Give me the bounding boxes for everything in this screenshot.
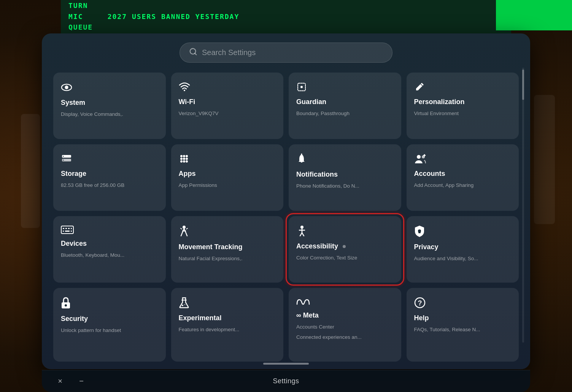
scrollbar-thumb [522,70,524,100]
svg-line-34 [181,228,182,229]
guardian-icon [296,82,394,94]
settings-grid: System Display, Voice Commands,. Wi-Fi V… [42,69,530,369]
close-button[interactable]: × [53,375,67,388]
system-subtitle: Display, Voice Commands,. [61,111,158,118]
shield-icon [414,225,512,239]
experimental-subtitle: Features in development... [179,326,276,333]
svg-point-3 [65,85,68,89]
settings-card-accounts[interactable]: Accounts Add Account, App Sharing [407,144,519,211]
settings-card-system[interactable]: System Display, Voice Commands,. [53,73,166,139]
meta-subtitle: Connected experiences an... [296,334,394,341]
bottom-bar: × − Settings [42,370,530,392]
svg-rect-25 [61,226,73,234]
svg-rect-31 [65,231,70,232]
wifi-title: Wi-Fi [179,98,276,106]
green-block-decoration [496,0,572,30]
minimize-button[interactable]: − [75,375,88,388]
svg-rect-28 [68,228,70,229]
personalization-subtitle: Virtual Environment [414,110,512,117]
top-banner: TURN MIC 2027 USERS BANNED YESTERDAY QUE… [61,0,511,34]
settings-card-personalization[interactable]: Personalization Virtual Environment [407,73,519,139]
banner-line3: QUEUE [68,22,504,33]
personalization-title: Personalization [414,98,512,106]
svg-point-14 [180,158,183,160]
svg-rect-9 [63,156,64,157]
svg-point-21 [417,155,421,159]
side-decoration-right [534,95,555,224]
svg-point-16 [186,158,188,160]
experimental-title: Experimental [179,314,276,322]
svg-rect-10 [63,160,64,161]
settings-card-storage[interactable]: Storage 82.53 GB free of 256.00 GB [53,144,166,211]
settings-card-apps[interactable]: Apps App Permissions [171,144,284,211]
system-icon [61,82,158,95]
guardian-subtitle: Boundary, Passthrough [296,110,394,117]
help-subtitle: FAQs, Tutorials, Release N... [414,326,512,333]
svg-rect-20 [301,153,302,155]
settings-card-meta[interactable]: ∞ Meta Accounts Center Connected experie… [289,288,401,362]
svg-point-12 [183,155,185,157]
settings-card-notifications[interactable]: Notifications Phone Notifications, Do N.… [289,144,401,211]
meta-accounts-center-label: ∞ Meta [296,311,394,320]
panel-scrollbar[interactable] [522,68,524,343]
settings-card-movement[interactable]: Movement Tracking Natural Facial Express… [171,216,284,283]
devices-title: Devices [61,240,158,248]
svg-point-47 [184,304,185,305]
svg-point-13 [186,155,188,157]
movement-subtitle: Natural Facial Expressions,. [179,255,276,262]
settings-card-security[interactable]: Security Unlock pattern for handset [53,288,166,362]
search-icon [189,47,197,58]
storage-title: Storage [61,170,158,178]
svg-point-4 [184,90,185,91]
guardian-title: Guardian [296,98,394,106]
accounts-title: Accounts [414,170,512,178]
search-container: Search Settings [42,33,530,69]
notifications-title: Notifications [296,171,394,179]
svg-point-15 [183,158,185,160]
storage-subtitle: 82.53 GB free of 256.00 GB [61,182,158,189]
bottom-controls: × − [53,375,88,388]
search-bar[interactable]: Search Settings [180,43,392,63]
apps-icon [179,153,276,166]
settings-card-help[interactable]: ? Help FAQs, Tutorials, Release N... [407,288,519,362]
security-subtitle: Unlock pattern for handset [61,327,158,334]
svg-rect-27 [65,228,67,229]
notifications-subtitle: Phone Notifications, Do N... [296,183,394,190]
storage-icon [61,153,158,166]
settings-card-experimental[interactable]: Experimental Features in development... [171,288,284,362]
svg-line-39 [300,233,302,236]
meta-icon [296,297,394,308]
settings-card-devices[interactable]: Devices Bluetooth, Keyboard, Mou... [53,216,166,283]
window-title: Settings [273,377,299,385]
svg-point-46 [182,305,183,306]
banner-line1: TURN [68,0,504,11]
system-title: System [61,99,158,107]
accessibility-subtitle: Color Correction, Text Size [296,254,394,261]
accessibility-dot [343,245,346,248]
banner-line2: MIC 2027 USERS BANNED YESTERDAY [68,11,504,22]
svg-rect-32 [71,231,72,232]
wifi-subtitle: Verizon_V9KQ7V [179,110,276,117]
svg-point-18 [183,160,185,163]
movement-icon [179,225,276,239]
bell-icon [296,153,394,167]
settings-card-privacy[interactable]: Privacy Audience and Visibility, So... [407,216,519,283]
settings-card-wifi[interactable]: Wi-Fi Verizon_V9KQ7V [171,73,284,139]
accounts-icon [414,153,512,166]
privacy-subtitle: Audience and Visibility, So... [414,255,512,262]
side-decoration-left [21,114,40,228]
svg-line-35 [186,228,187,229]
meta-accounts-center: Accounts Center [296,324,394,330]
experimental-icon [179,297,276,310]
svg-point-19 [186,160,188,163]
svg-line-40 [302,233,304,236]
settings-card-accessibility[interactable]: Accessibility Color Correction, Text Siz… [289,216,401,283]
pencil-icon [414,82,512,94]
svg-point-11 [180,155,183,157]
devices-subtitle: Bluetooth, Keyboard, Mou... [61,252,158,259]
svg-rect-30 [63,231,64,232]
settings-card-guardian[interactable]: Guardian Boundary, Passthrough [289,73,401,139]
keyboard-icon [61,225,158,236]
svg-point-17 [180,160,183,163]
accounts-subtitle: Add Account, App Sharing [414,182,512,189]
